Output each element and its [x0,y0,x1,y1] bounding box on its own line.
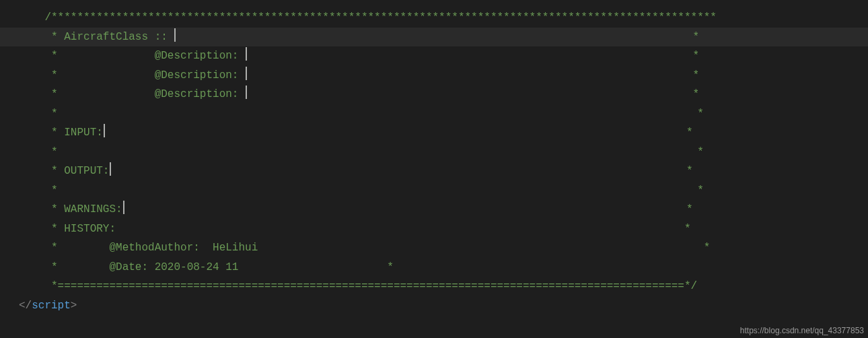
comment-text: * @Description: [19,50,245,62]
tag-punctuation: > [71,300,77,312]
code-line[interactable]: * HISTORY: * [12,219,868,239]
comment-text: * @MethodAuthor: HeLihui * [19,242,710,254]
watermark-text: https://blog.csdn.net/qq_43377853 [740,326,864,335]
code-line[interactable]: * OUTPUT: * [12,162,868,181]
code-line[interactable]: * * [12,181,868,201]
tag-punctuation: </ [19,300,32,312]
code-line[interactable]: * @Description: * [12,85,868,104]
code-line-active[interactable]: * AircraftClass :: * [12,28,868,47]
code-line[interactable]: * @Description: * [12,46,868,66]
code-line[interactable]: * INPUT: * [12,123,868,143]
tag-name: script [32,300,71,312]
code-line[interactable]: *=======================================… [12,277,868,296]
code-editor[interactable]: /***************************************… [12,0,868,338]
editor-gutter [0,0,12,338]
comment-text: * [111,165,692,177]
code-line[interactable]: * WARNINGS: * [12,200,868,219]
comment-text: * @Date: 2020-08-24 11 * [19,261,394,273]
comment-text: * [247,88,699,100]
comment-text: * * [19,184,704,197]
comment-text: *=======================================… [19,280,697,292]
comment-text: * INPUT: [19,127,103,139]
comment-text: * [176,31,699,43]
comment-text: * WARNINGS: [19,203,122,215]
comment-text: * [247,69,699,81]
code-line[interactable]: /***************************************… [12,8,868,28]
comment-text: * [124,203,693,215]
comment-text: * @Description: [19,69,245,81]
comment-text: * HISTORY: * [19,223,691,235]
code-line[interactable]: * @MethodAuthor: HeLihui * [12,238,868,258]
comment-text: * AircraftClass :: [19,31,174,43]
comment-text: * * [19,146,704,158]
code-line[interactable]: * @Description: * [12,66,868,86]
comment-text: * * [19,108,704,120]
comment-text: * [247,50,699,62]
comment-text: /***************************************… [19,11,717,24]
comment-text: * OUTPUT: [19,165,109,177]
code-line[interactable]: </script> [12,296,868,316]
code-line[interactable]: * * [12,104,868,124]
code-line[interactable]: * * [12,143,868,162]
comment-text: * @Description: [19,88,245,100]
comment-text: * [105,127,693,139]
code-line[interactable]: * @Date: 2020-08-24 11 * [12,258,868,277]
